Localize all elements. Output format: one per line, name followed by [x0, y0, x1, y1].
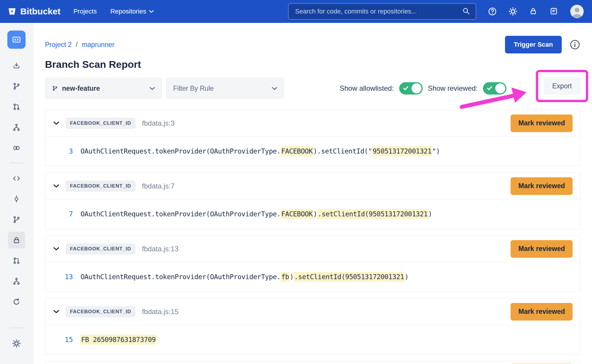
- nav-right: [288, 3, 584, 20]
- sidebar-item-forks-2[interactable]: [8, 273, 25, 289]
- code-text: ): [313, 210, 317, 218]
- finding-header: FACEBOOK_CLIENT_ID fbdata.js:3 Mark revi…: [45, 110, 580, 136]
- code-text: ): [428, 210, 432, 218]
- branch-selector-dropdown[interactable]: new-feature: [45, 77, 162, 99]
- finding-card: FACEBOOK_CLIENT_ID fbdata.js:7 Mark revi…: [45, 173, 581, 229]
- code-line: OAuthClientRequest.tokenProvider(OAuthPr…: [81, 147, 440, 155]
- sidebar-item-source[interactable]: [8, 170, 25, 187]
- code-highlight: .setClientId(950513172001321: [294, 272, 405, 282]
- main-content: Project 2 / maprunner Trigger Scan Branc…: [33, 23, 592, 364]
- mark-reviewed-button[interactable]: Mark reviewed: [511, 240, 573, 258]
- code-highlight: .setClientId(950513172001321: [317, 209, 428, 219]
- mark-reviewed-button[interactable]: Mark reviewed: [511, 177, 573, 195]
- show-allowlisted-toggle[interactable]: [399, 82, 423, 95]
- info-icon[interactable]: [569, 39, 581, 50]
- sidebar-item-commits[interactable]: [8, 191, 25, 207]
- code-window-icon: [12, 35, 21, 44]
- gear-icon: [12, 339, 21, 348]
- show-allowlisted-label: Show allowlisted:: [340, 84, 394, 92]
- code-text: OAuthClientRequest.tokenProvider(OAuthPr…: [81, 147, 281, 155]
- line-number: 15: [58, 336, 73, 343]
- code-highlight: FACEBOOK: [281, 146, 313, 156]
- bitbucket-mark-icon: [8, 7, 16, 16]
- finding-card-partial: Mark reviewed: [45, 361, 581, 364]
- code-text: OAuthClientRequest.tokenProvider(OAuthPr…: [81, 210, 281, 218]
- branch-icon: [52, 85, 58, 92]
- top-nav: Bitbucket Projects Repositories: [0, 0, 592, 23]
- help-icon[interactable]: [488, 7, 497, 16]
- finding-card: FACEBOOK_CLIENT_ID fbdata.js:3 Mark revi…: [45, 110, 581, 166]
- bitbucket-logo[interactable]: Bitbucket: [8, 6, 61, 16]
- nav-item-projects[interactable]: Projects: [73, 8, 97, 15]
- lock-icon[interactable]: [529, 7, 538, 16]
- line-number: 13: [58, 273, 73, 281]
- fork-icon: [12, 123, 21, 132]
- chevron-down-icon: [149, 10, 154, 13]
- rule-badge: FACEBOOK_CLIENT_ID: [66, 181, 136, 192]
- breadcrumb-repo[interactable]: maprunner: [82, 41, 114, 49]
- line-number: 3: [58, 147, 73, 155]
- chevron-down-icon[interactable]: [53, 310, 59, 313]
- findings-list: FACEBOOK_CLIENT_ID fbdata.js:3 Mark revi…: [45, 110, 581, 355]
- trigger-scan-button[interactable]: Trigger Scan: [505, 36, 562, 53]
- rule-badge: FACEBOOK_CLIENT_ID: [66, 243, 136, 255]
- sidebar-repository-tile[interactable]: [7, 31, 26, 49]
- sidebar-item-pull-requests-2[interactable]: [8, 252, 25, 269]
- rule-filter-dropdown[interactable]: Filter By Rule: [166, 77, 284, 99]
- branch-icon: [12, 82, 21, 90]
- pull-request-icon: [12, 257, 21, 265]
- search-input[interactable]: [295, 7, 459, 16]
- sidebar-item-clone[interactable]: [8, 58, 25, 74]
- code-text: ): [290, 273, 293, 281]
- mark-reviewed-button[interactable]: Mark reviewed: [511, 114, 573, 132]
- breadcrumb-project[interactable]: Project 2: [45, 41, 72, 49]
- chevron-down-icon[interactable]: [53, 247, 59, 250]
- show-reviewed-toggle[interactable]: [483, 82, 506, 95]
- finding-code-row: 7 OAuthClientRequest.tokenProvider(OAuth…: [45, 199, 580, 229]
- breadcrumb-separator: /: [76, 41, 78, 49]
- finding-location: fbdata.js:7: [142, 182, 175, 190]
- export-button[interactable]: Export: [543, 77, 581, 95]
- toggle-group: Show allowlisted: Show reviewed:: [340, 82, 506, 95]
- mark-reviewed-button[interactable]: Mark reviewed: [511, 303, 573, 321]
- code-line: OAuthClientRequest.tokenProvider(OAuthPr…: [81, 210, 432, 218]
- chevron-down-icon: [150, 87, 155, 90]
- export-annotation-box: Export: [536, 70, 588, 102]
- notes-icon[interactable]: [550, 7, 558, 16]
- check-icon: [403, 86, 408, 90]
- sidebar-item-branches[interactable]: [8, 78, 25, 95]
- fork-icon: [12, 277, 21, 285]
- clone-icon: [12, 62, 21, 70]
- lock-icon: [12, 236, 21, 244]
- sidebar-item-pipelines[interactable]: [8, 140, 25, 156]
- rule-badge: FACEBOOK_CLIENT_ID: [66, 118, 136, 129]
- sidebar-item-branches-2[interactable]: [8, 211, 25, 228]
- finding-code-row: 15 FB 2650987631873709: [45, 325, 580, 354]
- sidebar-item-pull-requests[interactable]: [8, 99, 25, 115]
- chevron-down-icon[interactable]: [53, 122, 59, 125]
- pull-request-icon: [12, 103, 21, 111]
- finding-card: FACEBOOK_CLIENT_ID fbdata.js:15 Mark rev…: [45, 298, 581, 355]
- sidebar-divider: [10, 163, 23, 163]
- finding-location: fbdata.js:15: [142, 308, 178, 316]
- avatar[interactable]: [570, 5, 584, 18]
- finding-header: FACEBOOK_CLIENT_ID fbdata.js:7 Mark revi…: [45, 173, 580, 199]
- finding-header: FACEBOOK_CLIENT_ID fbdata.js:15 Mark rev…: [45, 299, 580, 325]
- commit-icon: [12, 195, 21, 203]
- sidebar-item-security[interactable]: [8, 232, 25, 248]
- check-icon: [487, 86, 492, 90]
- toggle-knob: [412, 83, 422, 93]
- code-highlight: 950513172001321: [372, 146, 432, 156]
- show-reviewed-label: Show reviewed:: [428, 84, 478, 92]
- controls-row: new-feature Filter By Rule Show allowlis…: [45, 77, 581, 99]
- global-search[interactable]: [288, 3, 476, 20]
- sidebar-item-sync[interactable]: [8, 294, 25, 310]
- finding-code-row: 13 OAuthClientRequest.tokenProvider(OAut…: [45, 262, 580, 291]
- page-title: Branch Scan Report: [45, 58, 581, 70]
- chevron-down-icon[interactable]: [53, 184, 59, 188]
- gear-icon[interactable]: [509, 7, 517, 16]
- sidebar-item-forks[interactable]: [8, 119, 25, 136]
- pipelines-icon: [12, 144, 21, 152]
- nav-item-repositories[interactable]: Repositories: [110, 8, 154, 15]
- sidebar-item-settings[interactable]: [8, 335, 25, 352]
